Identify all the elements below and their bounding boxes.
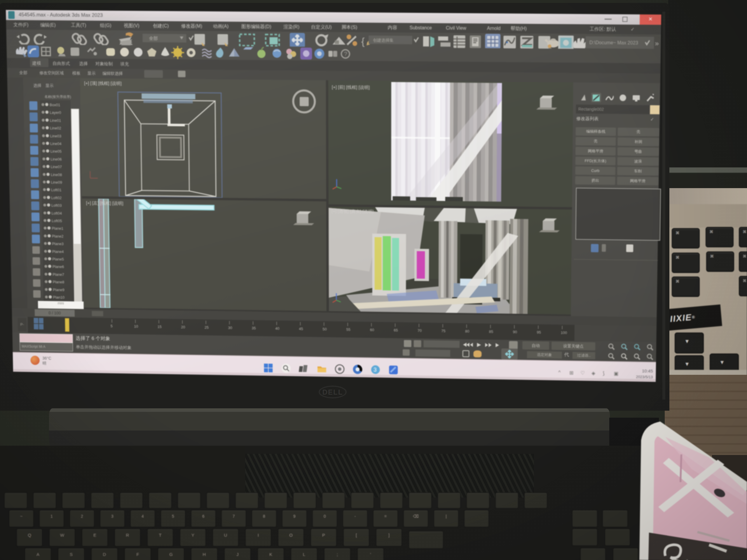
- svg-text:?: ?: [344, 51, 347, 57]
- svg-text:全部: 全部: [149, 35, 158, 41]
- svg-text:D:\Docume~ Max 2023: D:\Docume~ Max 2023: [589, 40, 638, 46]
- svg-text:»: »: [655, 39, 659, 48]
- svg-text:3: 3: [374, 367, 377, 373]
- svg-text:创建选择集: 创建选择集: [373, 37, 394, 43]
- svg-text:{: {: [361, 35, 364, 47]
